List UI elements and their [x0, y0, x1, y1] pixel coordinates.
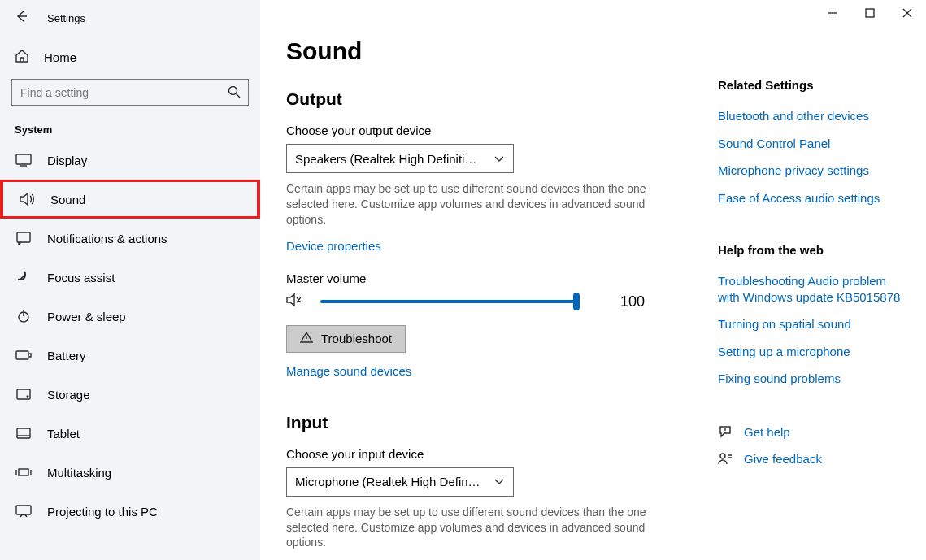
help-link[interactable]: Fixing sound problems — [718, 371, 905, 387]
notifications-icon — [15, 232, 33, 245]
get-help-link[interactable]: Get help — [744, 424, 790, 441]
sidebar-item-power[interactable]: Power & sleep — [0, 297, 260, 336]
related-heading: Related Settings — [718, 78, 905, 92]
multitasking-icon — [15, 467, 33, 478]
svg-rect-9 — [16, 506, 31, 514]
app-name: Settings — [47, 12, 85, 24]
page-title: Sound — [286, 37, 900, 65]
volume-thumb[interactable] — [573, 293, 580, 310]
input-desc: Certain apps may be set up to use differ… — [286, 505, 652, 551]
manage-sound-link[interactable]: Manage sound devices — [286, 364, 411, 378]
sidebar-item-label: Power & sleep — [47, 310, 126, 323]
device-properties-link[interactable]: Device properties — [286, 239, 381, 253]
close-button[interactable] — [889, 0, 926, 26]
sidebar-home[interactable]: Home — [0, 41, 260, 74]
sidebar-home-label: Home — [44, 50, 76, 64]
input-device-value: Microphone (Realtek High Definitio… — [295, 475, 482, 488]
mute-icon[interactable] — [286, 293, 301, 310]
svg-rect-7 — [17, 428, 30, 438]
sidebar-item-focus-assist[interactable]: Focus assist — [0, 258, 260, 297]
sidebar-item-sound[interactable]: Sound — [0, 180, 260, 219]
svg-rect-1 — [16, 154, 31, 164]
svg-rect-4 — [16, 351, 28, 359]
back-arrow-icon — [15, 10, 28, 23]
search-input[interactable] — [11, 79, 249, 106]
sidebar-category: System — [0, 111, 260, 141]
sidebar-item-display[interactable]: Display — [0, 141, 260, 180]
tablet-icon — [15, 428, 33, 439]
sidebar-item-tablet[interactable]: Tablet — [0, 414, 260, 453]
sidebar-item-storage[interactable]: Storage — [0, 375, 260, 414]
sidebar-item-label: Notifications & actions — [47, 232, 167, 245]
svg-point-0 — [229, 87, 237, 95]
warning-icon — [300, 332, 313, 345]
maximize-icon — [865, 8, 875, 18]
projecting-icon — [15, 505, 33, 518]
help-icon — [718, 425, 733, 438]
volume-slider[interactable] — [320, 300, 576, 303]
troubleshoot-label: Troubleshoot — [321, 332, 392, 345]
close-icon — [902, 8, 912, 18]
sound-icon — [18, 193, 36, 206]
svg-rect-8 — [19, 469, 28, 475]
sidebar-item-notifications[interactable]: Notifications & actions — [0, 219, 260, 258]
sidebar-item-label: Multitasking — [47, 466, 111, 480]
feedback-link[interactable]: Give feedback — [744, 451, 822, 467]
display-icon — [15, 154, 33, 167]
power-icon — [15, 310, 33, 323]
storage-icon — [15, 389, 33, 400]
help-link[interactable]: Troubleshooting Audio problem with Windo… — [718, 273, 905, 305]
sidebar-item-label: Display — [47, 154, 87, 167]
volume-value: 100 — [620, 293, 645, 310]
output-device-select[interactable]: Speakers (Realtek High Definition A… — [286, 144, 514, 173]
related-link[interactable]: Bluetooth and other devices — [718, 108, 905, 124]
help-link[interactable]: Setting up a microphone — [718, 344, 905, 360]
related-link[interactable]: Microphone privacy settings — [718, 163, 905, 179]
window-controls — [814, 0, 926, 26]
sidebar-item-label: Tablet — [47, 427, 80, 441]
sidebar-item-label: Battery — [47, 349, 86, 362]
search-icon — [228, 85, 241, 102]
maximize-button[interactable] — [851, 0, 889, 26]
related-panel: Related Settings Bluetooth and other dev… — [718, 78, 905, 467]
search-container — [11, 79, 249, 106]
sidebar-item-label: Storage — [47, 388, 90, 402]
sidebar-items: Display Sound Notifications & actions Fo… — [0, 141, 260, 531]
sidebar-item-multitasking[interactable]: Multitasking — [0, 453, 260, 492]
related-link[interactable]: Ease of Access audio settings — [718, 190, 905, 206]
troubleshoot-button[interactable]: Troubleshoot — [286, 325, 406, 353]
svg-point-11 — [720, 454, 725, 458]
help-link[interactable]: Turning on spatial sound — [718, 316, 905, 332]
related-link[interactable]: Sound Control Panel — [718, 136, 905, 152]
battery-icon — [15, 350, 33, 360]
home-icon — [15, 49, 29, 66]
sidebar-item-projecting[interactable]: Projecting to this PC — [0, 492, 260, 531]
chevron-down-icon — [493, 475, 505, 488]
help-heading: Help from the web — [718, 243, 905, 257]
minimize-icon — [828, 8, 837, 18]
output-desc: Certain apps may be set up to use differ… — [286, 181, 652, 228]
output-device-value: Speakers (Realtek High Definition A… — [295, 152, 482, 166]
focus-assist-icon — [15, 271, 33, 284]
back-button[interactable] — [15, 10, 28, 26]
svg-rect-10 — [866, 9, 874, 17]
svg-point-6 — [27, 396, 28, 397]
sidebar: Settings Home System Display Sound Notif… — [0, 0, 260, 560]
minimize-button[interactable] — [814, 0, 851, 26]
feedback-row[interactable]: Give feedback — [718, 451, 905, 467]
chevron-down-icon — [493, 152, 505, 166]
sidebar-item-label: Sound — [50, 193, 85, 206]
sidebar-item-label: Projecting to this PC — [47, 505, 158, 519]
sidebar-item-label: Focus assist — [47, 271, 115, 284]
svg-rect-2 — [17, 232, 30, 242]
get-help-row[interactable]: Get help — [718, 424, 905, 441]
main-content: Sound Output Choose your output device S… — [260, 0, 926, 560]
feedback-icon — [718, 453, 733, 466]
sidebar-item-battery[interactable]: Battery — [0, 336, 260, 375]
input-device-select[interactable]: Microphone (Realtek High Definitio… — [286, 467, 514, 497]
sidebar-header: Settings — [0, 0, 260, 36]
